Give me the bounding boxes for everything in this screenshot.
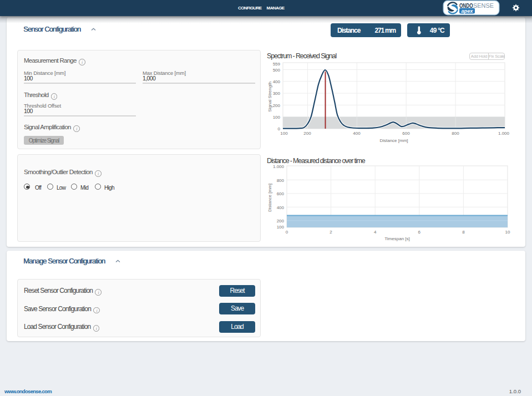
svg-text:4: 4 bbox=[374, 230, 377, 235]
svg-text:100: 100 bbox=[273, 115, 281, 120]
svg-text:600: 600 bbox=[402, 131, 410, 136]
svg-text:Signal Strength: Signal Strength bbox=[267, 82, 272, 112]
svg-text:0: 0 bbox=[286, 230, 288, 235]
svg-text:800: 800 bbox=[452, 131, 459, 136]
svg-text:400: 400 bbox=[273, 79, 281, 84]
svg-text:1.000: 1.000 bbox=[273, 164, 285, 169]
svg-text:600: 600 bbox=[277, 191, 285, 196]
svg-text:800: 800 bbox=[277, 178, 285, 183]
svg-text:6: 6 bbox=[418, 230, 421, 235]
svg-text:SENSE: SENSE bbox=[473, 3, 494, 9]
svg-text:200: 200 bbox=[277, 219, 285, 224]
svg-text:100: 100 bbox=[277, 225, 285, 230]
svg-text:apex: apex bbox=[462, 8, 474, 14]
svg-text:100: 100 bbox=[280, 131, 288, 136]
svg-text:Distance [mm]: Distance [mm] bbox=[379, 138, 408, 143]
svg-text:200: 200 bbox=[303, 131, 311, 136]
svg-text:10: 10 bbox=[505, 230, 510, 235]
svg-text:Timespan [s]: Timespan [s] bbox=[384, 236, 410, 241]
svg-text:559: 559 bbox=[273, 62, 281, 67]
svg-text:400: 400 bbox=[277, 205, 285, 210]
svg-text:1.000: 1.000 bbox=[498, 131, 510, 136]
svg-text:200: 200 bbox=[273, 103, 281, 108]
svg-text:300: 300 bbox=[273, 91, 281, 96]
svg-text:500: 500 bbox=[273, 68, 281, 73]
svg-text:400: 400 bbox=[353, 131, 361, 136]
svg-text:8: 8 bbox=[462, 230, 465, 235]
svg-text:Distance [mm]: Distance [mm] bbox=[267, 184, 272, 212]
svg-text:2: 2 bbox=[330, 230, 332, 235]
